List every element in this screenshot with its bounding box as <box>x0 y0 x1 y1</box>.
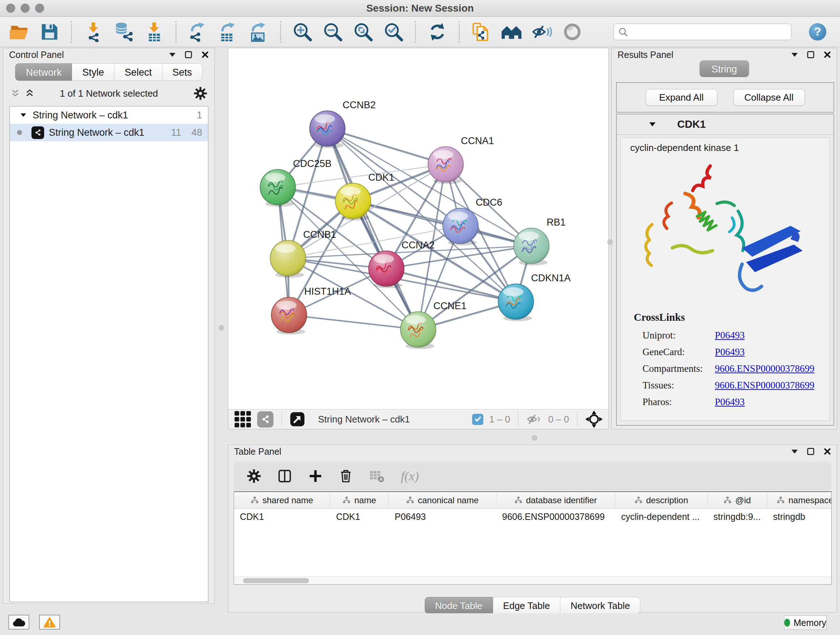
cell-database-identifier[interactable]: 9606.ENSP00000378699 <box>496 509 615 524</box>
expand-all-button[interactable]: Expand All <box>646 89 717 106</box>
table-row[interactable]: CDK1CDK1P064939606.ENSP00000378699cyclin… <box>234 509 831 524</box>
tab-network-table[interactable]: Network Table <box>561 597 640 614</box>
crosslink-link[interactable]: P06493 <box>715 396 745 408</box>
warnings-button[interactable] <box>39 615 60 630</box>
import-network-from-database-button[interactable] <box>113 21 134 42</box>
zoom-out-button[interactable] <box>322 21 343 42</box>
network-node-CDKN1A[interactable]: CDKN1A <box>498 272 571 321</box>
panel-collapse-icon[interactable] <box>791 53 798 57</box>
protein-header-row[interactable]: CDK1 <box>617 114 834 135</box>
panel-collapse-icon[interactable] <box>169 53 175 57</box>
memory-button[interactable]: Memory <box>784 616 827 630</box>
edge-CCNB2-CCNA1[interactable] <box>327 128 446 165</box>
column-header-canonical-name[interactable]: canonical name <box>389 492 496 508</box>
traffic-light-close-button[interactable] <box>6 4 15 13</box>
crosslink-link[interactable]: P06493 <box>715 347 745 358</box>
network-node-CDC6[interactable]: CDC6 <box>443 197 502 245</box>
table-horizontal-scrollbar[interactable] <box>234 576 831 584</box>
panel-close-icon[interactable] <box>824 51 831 58</box>
cell-shared-name[interactable]: CDK1 <box>234 509 330 524</box>
protein-expander-icon[interactable] <box>649 122 655 126</box>
show-columns-button[interactable] <box>277 469 292 484</box>
help-button[interactable]: ? <box>809 23 826 41</box>
import-network-from-file-button[interactable] <box>83 21 104 42</box>
panel-collapse-icon[interactable] <box>791 450 798 454</box>
birdseye-toggle-button[interactable] <box>234 410 251 428</box>
panel-float-icon[interactable] <box>807 51 814 58</box>
edge-CDK1-RB1[interactable] <box>353 201 531 246</box>
show-view-button[interactable] <box>562 21 583 42</box>
tab-style[interactable]: Style <box>72 63 114 81</box>
tab-select[interactable]: Select <box>114 63 162 81</box>
network-node-CCNA1[interactable]: CCNA1 <box>428 135 494 184</box>
bottom-splitter-handle[interactable] <box>532 435 537 440</box>
tab-node-table[interactable]: Node Table <box>425 597 493 614</box>
delete-table-button-disabled[interactable] <box>369 469 385 483</box>
column-header-name[interactable]: name <box>330 492 389 508</box>
zoom-fit-button[interactable] <box>353 21 374 42</box>
cell-description[interactable]: cyclin-dependent ... <box>615 509 707 524</box>
zoom-in-button[interactable] <box>292 21 313 42</box>
network-graph-canvas[interactable]: CCNB2CCNA1CDC25BCDK1CDC6RB1CCNB1CCNA2CDK… <box>228 48 608 409</box>
string-home-button[interactable] <box>501 21 522 42</box>
save-session-button[interactable] <box>39 21 60 42</box>
create-column-button[interactable] <box>308 469 323 483</box>
table-settings-button[interactable] <box>247 469 261 483</box>
network-node-CDK1[interactable]: CDK1 <box>335 172 394 220</box>
cell-canonical-name[interactable]: P06493 <box>389 509 496 524</box>
panel-float-icon[interactable] <box>185 51 192 58</box>
scrollbar-thumb[interactable] <box>243 578 309 583</box>
network-from-document-button[interactable] <box>471 21 492 42</box>
export-image-button[interactable] <box>248 21 269 42</box>
crosslink-link[interactable]: 9606.ENSP00000378699 <box>715 380 814 391</box>
network-node-HIST1H1A[interactable]: HIST1H1A <box>271 286 351 334</box>
traffic-light-minimize-button[interactable] <box>21 4 30 13</box>
tab-network[interactable]: Network <box>15 63 72 81</box>
edge-HIST1H1A-CCNE1[interactable] <box>289 315 418 329</box>
column-header-at-id[interactable]: @id <box>707 492 767 508</box>
column-header-shared-name[interactable]: shared name <box>234 492 330 508</box>
column-header-namespace[interactable]: namespace <box>767 492 832 508</box>
cloud-status-button[interactable] <box>8 615 29 630</box>
export-table-button[interactable] <box>218 21 239 42</box>
open-in-new-window-button[interactable] <box>290 412 305 427</box>
tab-sets[interactable]: Sets <box>163 63 202 81</box>
column-header-database-identifier[interactable]: database identifier <box>496 492 615 508</box>
cell-name[interactable]: CDK1 <box>330 509 389 524</box>
string-enhance-button[interactable] <box>257 411 273 428</box>
right-splitter-handle[interactable] <box>607 239 613 245</box>
export-network-button[interactable] <box>187 21 208 42</box>
column-header-description[interactable]: description <box>615 492 707 508</box>
left-splitter-handle[interactable] <box>218 325 224 331</box>
cell-at-id[interactable]: stringdb:9... <box>707 509 767 524</box>
traffic-light-zoom-button[interactable] <box>35 4 44 13</box>
cell-namespace[interactable]: stringdb <box>767 509 832 524</box>
panel-float-icon[interactable] <box>807 448 814 455</box>
import-table-from-file-button[interactable] <box>144 21 164 42</box>
network-node-CDC25B[interactable]: CDC25B <box>260 158 332 207</box>
selected-nodes-checkbox[interactable] <box>472 414 483 425</box>
network-node-RB1[interactable]: RB1 <box>514 217 566 265</box>
open-session-button[interactable] <box>9 21 30 42</box>
crosslink-link[interactable]: P06493 <box>715 330 745 341</box>
panel-close-icon[interactable] <box>202 51 209 58</box>
fit-selected-button[interactable] <box>585 410 603 428</box>
network-collection-row[interactable]: String Network – cdk1 1 <box>10 106 208 124</box>
results-tab-string[interactable]: String <box>699 60 749 77</box>
search-input[interactable] <box>614 24 791 40</box>
crosslink-link[interactable]: 9606.ENSP00000378699 <box>715 363 814 374</box>
network-node-CCNE1[interactable]: CCNE1 <box>401 301 467 349</box>
tab-edge-table[interactable]: Edge Table <box>493 597 561 614</box>
edge-CCNB2-CCNE1[interactable] <box>327 128 418 329</box>
network-node-CCNA2[interactable]: CCNA2 <box>369 240 435 288</box>
network-node-CCNB1[interactable]: CCNB1 <box>270 229 336 278</box>
function-builder-button-disabled[interactable]: f(x) <box>401 469 419 484</box>
collapse-all-button[interactable]: Collapse All <box>733 89 805 106</box>
tree-expander-icon[interactable] <box>21 113 26 117</box>
zoom-selected-button[interactable] <box>383 21 404 42</box>
delete-column-button[interactable] <box>339 469 353 484</box>
apply-layout-refresh-button[interactable] <box>427 21 448 42</box>
panel-close-icon[interactable] <box>824 448 831 455</box>
hide-glass-effect-button[interactable] <box>531 21 553 42</box>
network-row[interactable]: String Network – cdk1 11 48 <box>10 124 208 141</box>
